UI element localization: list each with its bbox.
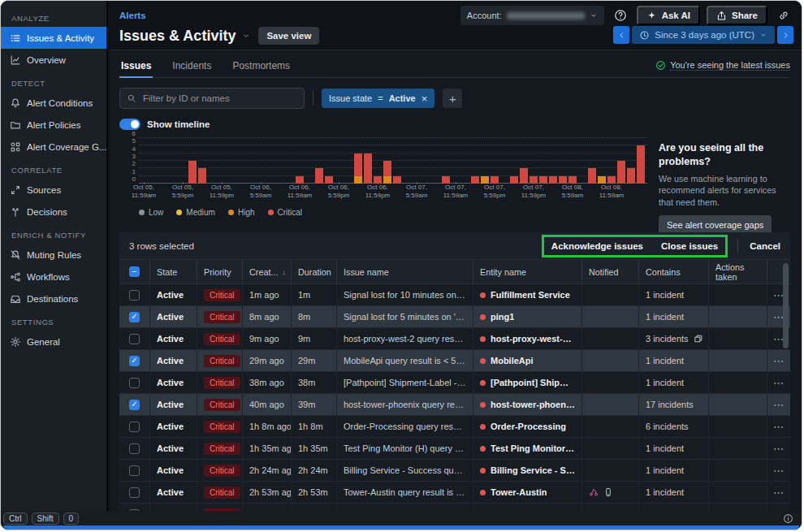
- column-header-duration[interactable]: Duration: [292, 260, 337, 283]
- row-checkbox[interactable]: [129, 487, 140, 498]
- sidebar-item-issues-activity[interactable]: Issues & Activity: [1, 27, 106, 49]
- column-header-priority[interactable]: Priority: [197, 260, 243, 283]
- table-row[interactable]: ActiveCritical3h ago3hkafka-otel query r…: [119, 504, 790, 511]
- row-menu-button[interactable]: ⋯: [767, 482, 790, 503]
- row-checkbox[interactable]: [129, 422, 140, 432]
- row-menu-button[interactable]: ⋯: [767, 416, 790, 437]
- sidebar-item-overview[interactable]: Overview: [1, 49, 106, 71]
- show-timeline-toggle[interactable]: [119, 119, 140, 130]
- legend-item-high[interactable]: High: [228, 208, 255, 217]
- sidebar-item-decisions[interactable]: Decisions: [1, 201, 106, 223]
- row-menu-button[interactable]: ⋯: [767, 350, 790, 371]
- legend-item-critical[interactable]: Critical: [268, 208, 303, 217]
- entity-cell[interactable]: Test Ping Monitor (H): [473, 438, 582, 459]
- issue-state-filter-chip[interactable]: Issue state = Active ×: [322, 89, 434, 108]
- entity-cell[interactable]: host-tower-phoenix... +16: [473, 394, 582, 415]
- table-row[interactable]: ActiveCritical9m ago9mhost-proxy-west-2 …: [119, 328, 790, 350]
- table-row[interactable]: ActiveCritical1m ago1mSignal lost for 10…: [119, 284, 790, 306]
- column-header-issue-name[interactable]: Issue name: [337, 260, 473, 283]
- table-row[interactable]: ActiveCritical2h 53m ago2h 53mTower-Aust…: [119, 482, 790, 504]
- share-button[interactable]: Share: [707, 6, 767, 25]
- sidebar-item-general[interactable]: General: [1, 331, 106, 353]
- sidebar-item-workflows[interactable]: Workflows: [1, 266, 106, 288]
- table-row[interactable]: ActiveCritical2h 24m ago2h 24mBilling Se…: [119, 460, 790, 482]
- entity-cell[interactable]: host-proxy-west-2... +2: [473, 328, 582, 349]
- title-chevron-down-icon[interactable]: [242, 32, 250, 40]
- cancel-button[interactable]: Cancel: [750, 241, 780, 251]
- table-row[interactable]: ActiveCritical38m ago38m[Pathpoint] Ship…: [119, 372, 790, 394]
- entity-cell[interactable]: [Pathpoint] Shipment-La...: [473, 372, 582, 393]
- info-icon[interactable]: [783, 513, 793, 524]
- permalink-button[interactable]: [774, 6, 793, 25]
- issue-name-cell[interactable]: host-tower-phoenix query result is > 9..…: [337, 394, 473, 415]
- select-all-checkbox[interactable]: −: [129, 266, 140, 277]
- row-checkbox[interactable]: [129, 465, 140, 476]
- help-button[interactable]: [611, 6, 630, 25]
- save-view-button[interactable]: Save view: [258, 27, 319, 45]
- legend-item-medium[interactable]: Medium: [176, 208, 215, 217]
- acknowledge-issues-button[interactable]: Acknowledge issues: [551, 241, 643, 251]
- row-checkbox[interactable]: ✓: [129, 400, 140, 410]
- issue-name-cell[interactable]: Order-Processing query result is > 0.9..…: [337, 416, 473, 437]
- tab-incidents[interactable]: Incidents: [171, 60, 213, 77]
- issue-name-cell[interactable]: Billing Service - Success query result i…: [337, 460, 473, 481]
- table-row[interactable]: ✓ActiveCritical29m ago29mMobileApi query…: [119, 350, 790, 372]
- entity-cell[interactable]: ping1: [473, 306, 582, 327]
- issue-name-cell[interactable]: Test Ping Monitor (H) query result is >.…: [337, 438, 473, 459]
- add-filter-button[interactable]: +: [443, 89, 462, 108]
- close-issues-button[interactable]: Close issues: [661, 241, 718, 251]
- table-row[interactable]: ActiveCritical1h 8m ago1h 8mOrder-Proces…: [119, 416, 790, 438]
- row-checkbox[interactable]: [129, 378, 140, 388]
- issue-name-cell[interactable]: Tower-Austin query result is > 1.0 for 5…: [337, 482, 473, 503]
- table-row[interactable]: ActiveCritical1h 35m ago1h 35mTest Ping …: [119, 438, 790, 460]
- tab-issues[interactable]: Issues: [119, 60, 153, 77]
- row-checkbox[interactable]: ✓: [129, 356, 140, 366]
- entity-cell[interactable]: kafka-otel: [473, 504, 582, 511]
- row-checkbox[interactable]: [129, 290, 140, 301]
- entity-cell[interactable]: MobileApi: [473, 350, 582, 371]
- issue-name-cell[interactable]: host-proxy-west-2 query result is > 95..…: [337, 328, 473, 349]
- sidebar-item-muting-rules[interactable]: Muting Rules: [1, 244, 106, 266]
- issue-name-cell[interactable]: kafka-otel query result is > 0.0 on 'Tes…: [337, 504, 473, 511]
- entity-cell[interactable]: Tower-Austin: [473, 482, 582, 503]
- issue-name-cell[interactable]: Signal lost for 10 minutes on 'Low Appli…: [337, 284, 473, 305]
- row-menu-button[interactable]: ⋯: [767, 372, 790, 393]
- breadcrumb[interactable]: Alerts: [119, 11, 146, 20]
- table-row[interactable]: ✓ActiveCritical40m ago39mhost-tower-phoe…: [119, 394, 790, 416]
- legend-item-low[interactable]: Low: [139, 208, 163, 217]
- sidebar-item-sources[interactable]: Sources: [1, 179, 106, 201]
- row-menu-button[interactable]: ⋯: [767, 504, 790, 511]
- row-checkbox[interactable]: [129, 443, 140, 454]
- row-menu-button[interactable]: ⋯: [767, 438, 790, 459]
- column-header-notified[interactable]: Notified: [582, 260, 639, 283]
- latest-issues-text[interactable]: You're seeing the latest issues: [670, 60, 790, 71]
- time-back-button[interactable]: [613, 26, 629, 44]
- sidebar-item-alert-policies[interactable]: Alert Policies: [1, 114, 106, 136]
- column-header-creat[interactable]: Creat...↓: [243, 260, 292, 283]
- issue-name-cell[interactable]: Signal lost for 5 minutes on 'availabili…: [337, 306, 473, 327]
- table-scrollbar[interactable]: [783, 263, 789, 348]
- column-header-contains[interactable]: Contains: [639, 260, 709, 283]
- row-menu-button[interactable]: ⋯: [767, 460, 790, 481]
- entity-cell[interactable]: Fulfillment Service: [473, 284, 582, 305]
- column-header-state[interactable]: State: [150, 260, 197, 283]
- issue-name-cell[interactable]: MobileApi query result is < 5.0 for 5 mi…: [337, 350, 473, 371]
- row-checkbox[interactable]: ✓: [129, 312, 140, 322]
- row-menu-button[interactable]: ⋯: [767, 394, 790, 415]
- account-selector[interactable]: Account:: [460, 6, 604, 25]
- row-checkbox[interactable]: [129, 334, 140, 344]
- ask-ai-button[interactable]: Ask AI: [637, 6, 700, 25]
- time-forward-button[interactable]: [777, 26, 793, 44]
- column-header-actions-taken[interactable]: Actions taken: [709, 260, 767, 283]
- sidebar-item-alert-conditions[interactable]: Alert Conditions: [1, 92, 106, 114]
- search-input[interactable]: [141, 93, 297, 104]
- column-header-entity-name[interactable]: Entity name: [473, 260, 582, 283]
- sidebar-item-destinations[interactable]: Destinations: [1, 288, 106, 309]
- table-row[interactable]: ✓ActiveCritical8m ago8mSignal lost for 5…: [119, 306, 790, 328]
- remove-filter-icon[interactable]: ×: [421, 93, 428, 104]
- sidebar-item-alert-coverage-g[interactable]: Alert Coverage G...Beta: [1, 136, 106, 158]
- issue-name-cell[interactable]: [Pathpoint] Shipment-Label - Success ...: [337, 372, 473, 393]
- entity-cell[interactable]: Billing Service - Success: [473, 460, 582, 481]
- entity-cell[interactable]: Order-Processing: [473, 416, 582, 437]
- tab-postmortems[interactable]: Postmortems: [231, 60, 292, 77]
